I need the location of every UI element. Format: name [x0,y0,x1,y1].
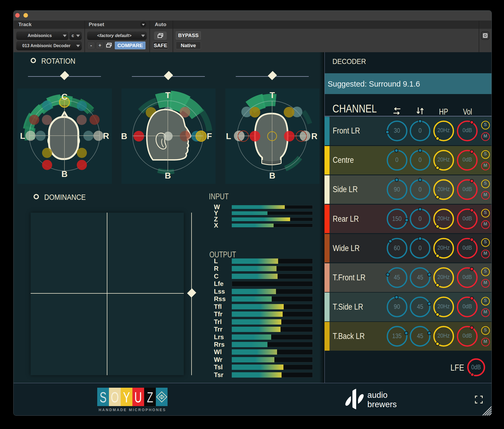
svg-text:R: R [103,131,109,141]
svg-text:C: C [61,92,67,102]
svg-text:T: T [270,90,275,100]
svg-text:R: R [311,131,317,141]
svg-text:F: F [207,131,212,141]
svg-text:L: L [226,131,231,141]
svg-text:B: B [269,171,275,180]
svg-text:B: B [61,169,67,179]
svg-text:B: B [121,131,127,141]
svg-text:B: B [165,171,171,180]
svg-text:T: T [165,90,170,100]
svg-text:L: L [20,131,25,141]
